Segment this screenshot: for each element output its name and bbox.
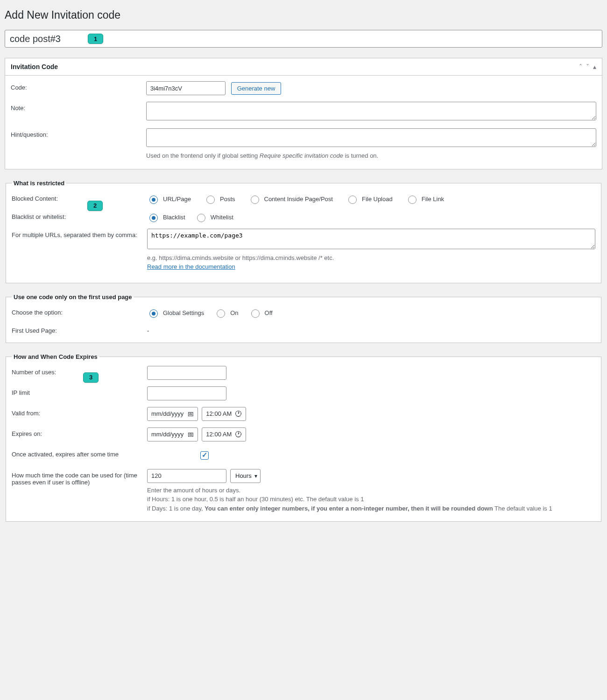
number-of-uses-label: Number of uses: bbox=[12, 366, 147, 376]
hint-label: Hint/question: bbox=[11, 128, 146, 138]
choose-off-radio[interactable]: Off bbox=[249, 308, 273, 318]
hint-textarea[interactable] bbox=[146, 128, 596, 147]
chevron-down-icon: ▾ bbox=[254, 473, 257, 479]
clock-icon: 🕐︎ bbox=[235, 410, 242, 418]
once-activated-label: Once activated, expires after some time bbox=[12, 448, 198, 458]
urls-label: For multiple URLs, separated them by com… bbox=[12, 229, 147, 238]
valid-from-time-input[interactable]: 12:00 AM 🕐︎ bbox=[202, 407, 246, 421]
ip-limit-input[interactable] bbox=[147, 386, 226, 400]
expires-on-time-input[interactable]: 12:00 AM 🕐︎ bbox=[202, 427, 246, 441]
bw-label: Blacklist or whitelist: bbox=[12, 210, 147, 220]
blocked-posts-radio[interactable]: Posts bbox=[204, 194, 235, 204]
whitelist-radio[interactable]: Whitelist bbox=[195, 212, 233, 222]
annotation-badge-1: 1 bbox=[88, 34, 103, 44]
valid-from-label: Valid from: bbox=[12, 407, 147, 417]
choose-on-radio[interactable]: On bbox=[214, 308, 238, 318]
first-used-page-value: - bbox=[147, 324, 595, 334]
restricted-legend: What is restricted bbox=[12, 180, 66, 187]
blocked-url-page-radio[interactable]: URL/Page bbox=[147, 194, 191, 204]
code-input[interactable] bbox=[146, 81, 226, 95]
metabox-order-down-icon[interactable]: ˅ bbox=[586, 63, 589, 70]
first-used-legend: Use one code only on the first used page bbox=[12, 294, 134, 301]
blocked-file-upload-radio[interactable]: File Upload bbox=[346, 194, 393, 204]
what-is-restricted-group: What is restricted 2 Blocked Content: UR… bbox=[6, 180, 601, 283]
blocked-content-inside-radio[interactable]: Content Inside Page/Post bbox=[248, 194, 333, 204]
hint-help-text: Used on the frontend only if global sett… bbox=[146, 151, 596, 161]
read-more-doc-link[interactable]: Read more in the documentation bbox=[147, 263, 235, 270]
annotation-badge-2: 2 bbox=[87, 201, 103, 211]
duration-label: How much time the code can be used for (… bbox=[12, 469, 147, 486]
expires-on-label: Expires on: bbox=[12, 427, 147, 437]
first-used-page-group: Use one code only on the first used page… bbox=[6, 294, 601, 343]
invitation-code-metabox: Invitation Code ˄ ˅ ▴ Code: Generate new… bbox=[5, 58, 602, 169]
choose-option-label: Choose the option: bbox=[12, 306, 147, 316]
urls-textarea[interactable]: https://example.com/page3 bbox=[147, 229, 595, 249]
expires-legend: How and When Code Expires bbox=[12, 353, 99, 360]
valid-from-date-input[interactable]: mm/dd/yyyy 📅︎ bbox=[147, 407, 198, 421]
blocked-file-link-radio[interactable]: File Link bbox=[406, 194, 444, 204]
calendar-icon: 📅︎ bbox=[187, 410, 194, 418]
once-activated-checkbox[interactable] bbox=[200, 451, 209, 460]
duration-help-text: Enter the amount of hours or days. if Ho… bbox=[147, 486, 595, 513]
page-title: Add New Invitation code bbox=[5, 5, 602, 23]
blocked-content-label: Blocked Content: bbox=[12, 192, 147, 202]
calendar-icon: 📅︎ bbox=[187, 431, 194, 438]
note-label: Note: bbox=[11, 102, 146, 112]
note-textarea[interactable] bbox=[146, 102, 596, 120]
expires-on-date-input[interactable]: mm/dd/yyyy 📅︎ bbox=[147, 427, 198, 441]
urls-help-text: e.g. https://dima.cminds.website or http… bbox=[147, 253, 595, 272]
annotation-badge-3: 3 bbox=[83, 372, 99, 383]
metabox-title: Invitation Code bbox=[11, 63, 58, 70]
duration-unit-select[interactable]: Hours ▾ bbox=[230, 469, 261, 483]
metabox-order-up-icon[interactable]: ˄ bbox=[579, 63, 582, 70]
metabox-toggle-icon[interactable]: ▴ bbox=[593, 63, 596, 70]
generate-new-button[interactable]: Generate new bbox=[231, 82, 282, 95]
blacklist-radio[interactable]: Blacklist bbox=[147, 212, 185, 222]
choose-global-radio[interactable]: Global Settings bbox=[147, 308, 204, 318]
number-of-uses-input[interactable] bbox=[147, 366, 226, 380]
duration-value-input[interactable] bbox=[147, 469, 226, 483]
code-label: Code: bbox=[11, 81, 146, 91]
code-expires-group: How and When Code Expires 3 Number of us… bbox=[6, 353, 601, 522]
clock-icon: 🕐︎ bbox=[235, 431, 242, 438]
first-used-page-label: First Used Page: bbox=[12, 324, 147, 334]
ip-limit-label: IP limit bbox=[12, 386, 147, 396]
